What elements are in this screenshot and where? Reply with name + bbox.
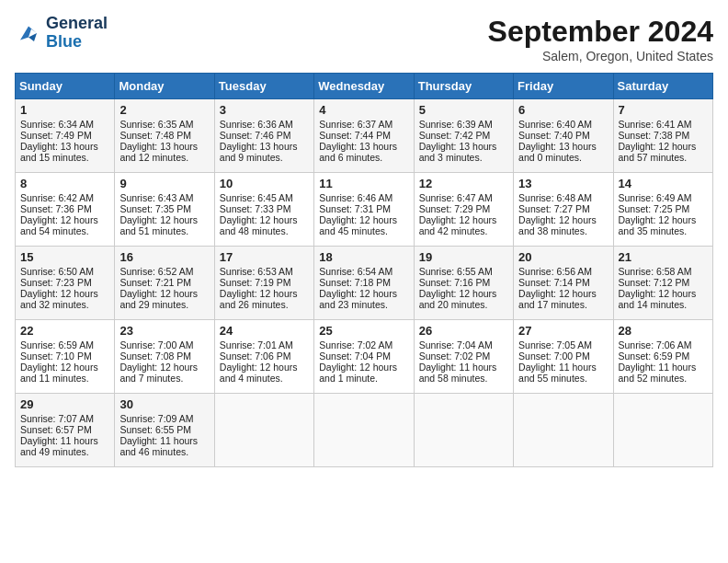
calendar-cell: 27Sunrise: 7:05 AMSunset: 7:00 PMDayligh… (514, 320, 613, 394)
sunrise: Sunrise: 6:43 AM (119, 192, 193, 203)
day-number: 1 (20, 103, 109, 117)
day-number: 22 (20, 324, 109, 338)
daylight: Daylight: 12 hours and 11 minutes. (20, 362, 98, 384)
sunset: Sunset: 6:57 PM (20, 424, 92, 435)
calendar-cell: 4Sunrise: 6:37 AMSunset: 7:44 PMDaylight… (314, 99, 414, 173)
sunset: Sunset: 7:31 PM (319, 203, 391, 214)
sunrise: Sunrise: 6:48 AM (518, 192, 592, 203)
week-row-3: 15Sunrise: 6:50 AMSunset: 7:23 PMDayligh… (16, 247, 713, 320)
day-number: 3 (220, 103, 309, 117)
day-number: 8 (20, 177, 109, 190)
sunset: Sunset: 7:06 PM (220, 350, 291, 362)
sunset: Sunset: 7:44 PM (319, 130, 391, 141)
sunrise: Sunrise: 6:55 AM (419, 266, 493, 277)
calendar-cell: 19Sunrise: 6:55 AMSunset: 7:16 PMDayligh… (414, 247, 513, 320)
sunrise: Sunrise: 6:58 AM (619, 266, 692, 277)
sunset: Sunset: 7:14 PM (518, 277, 590, 288)
calendar-cell (314, 394, 414, 467)
calendar-cell: 17Sunrise: 6:53 AMSunset: 7:19 PMDayligh… (214, 247, 313, 320)
sunrise: Sunrise: 6:56 AM (518, 266, 592, 277)
calendar-cell: 6Sunrise: 6:40 AMSunset: 7:40 PMDaylight… (514, 99, 613, 173)
day-number: 23 (119, 324, 209, 338)
daylight: Daylight: 11 hours and 49 minutes. (20, 435, 98, 457)
daylight: Daylight: 11 hours and 55 minutes. (518, 362, 597, 384)
calendar-cell: 29Sunrise: 7:07 AMSunset: 6:57 PMDayligh… (16, 394, 115, 467)
week-row-5: 29Sunrise: 7:07 AMSunset: 6:57 PMDayligh… (16, 394, 713, 467)
daylight: Daylight: 11 hours and 52 minutes. (619, 362, 697, 384)
day-number: 11 (319, 177, 408, 190)
day-number: 14 (619, 177, 708, 190)
sunrise: Sunrise: 6:41 AM (619, 119, 692, 130)
day-number: 9 (119, 177, 209, 190)
daylight: Daylight: 12 hours and 42 minutes. (419, 214, 497, 236)
sunset: Sunset: 7:48 PM (119, 130, 191, 141)
calendar-table: SundayMondayTuesdayWednesdayThursdayFrid… (15, 73, 713, 467)
sunset: Sunset: 7:42 PM (419, 130, 491, 141)
day-number: 29 (20, 397, 109, 411)
sunrise: Sunrise: 6:53 AM (220, 266, 293, 277)
sunset: Sunset: 7:00 PM (518, 350, 590, 362)
title-block: September 2024 Salem, Oregon, United Sta… (488, 15, 713, 63)
week-row-4: 22Sunrise: 6:59 AMSunset: 7:10 PMDayligh… (16, 320, 713, 394)
sunrise: Sunrise: 6:47 AM (419, 192, 493, 203)
day-number: 4 (319, 103, 408, 117)
sunset: Sunset: 7:12 PM (619, 277, 690, 288)
calendar-cell: 21Sunrise: 6:58 AMSunset: 7:12 PMDayligh… (613, 247, 712, 320)
sunset: Sunset: 7:29 PM (419, 203, 491, 214)
logo: General Blue (15, 15, 108, 52)
sunset: Sunset: 7:08 PM (119, 350, 191, 362)
calendar-cell: 5Sunrise: 6:39 AMSunset: 7:42 PMDaylight… (414, 99, 513, 173)
sunrise: Sunrise: 6:46 AM (319, 192, 392, 203)
calendar-cell: 23Sunrise: 7:00 AMSunset: 7:08 PMDayligh… (115, 320, 214, 394)
header-row: SundayMondayTuesdayWednesdayThursdayFrid… (16, 74, 713, 99)
sunrise: Sunrise: 6:42 AM (20, 192, 94, 203)
sunrise: Sunrise: 6:54 AM (319, 266, 392, 277)
day-number: 12 (419, 177, 508, 190)
daylight: Daylight: 12 hours and 17 minutes. (518, 288, 597, 310)
sunrise: Sunrise: 7:01 AM (220, 339, 293, 350)
page-header: General Blue September 2024 Salem, Orego… (15, 15, 713, 63)
day-number: 27 (518, 324, 608, 338)
calendar-cell: 24Sunrise: 7:01 AMSunset: 7:06 PMDayligh… (214, 320, 313, 394)
calendar-cell (514, 394, 613, 467)
sunset: Sunset: 7:21 PM (119, 277, 191, 288)
day-header-monday: Monday (115, 74, 214, 99)
day-number: 21 (619, 250, 708, 264)
sunrise: Sunrise: 7:05 AM (518, 339, 592, 350)
day-number: 30 (119, 397, 209, 411)
day-number: 26 (419, 324, 508, 338)
sunrise: Sunrise: 6:52 AM (119, 266, 193, 277)
calendar-cell: 18Sunrise: 6:54 AMSunset: 7:18 PMDayligh… (314, 247, 414, 320)
calendar-cell: 8Sunrise: 6:42 AMSunset: 7:36 PMDaylight… (16, 173, 115, 247)
calendar-cell: 1Sunrise: 6:34 AMSunset: 7:49 PMDaylight… (16, 99, 115, 173)
sunset: Sunset: 7:10 PM (20, 350, 92, 362)
calendar-cell: 2Sunrise: 6:35 AMSunset: 7:48 PMDaylight… (115, 99, 214, 173)
sunset: Sunset: 7:19 PM (220, 277, 291, 288)
day-header-thursday: Thursday (414, 74, 513, 99)
sunrise: Sunrise: 6:36 AM (220, 119, 293, 130)
sunrise: Sunrise: 6:37 AM (319, 119, 392, 130)
calendar-cell: 30Sunrise: 7:09 AMSunset: 6:55 PMDayligh… (115, 394, 214, 467)
daylight: Daylight: 12 hours and 54 minutes. (20, 214, 98, 236)
calendar-cell: 20Sunrise: 6:56 AMSunset: 7:14 PMDayligh… (514, 247, 613, 320)
sunrise: Sunrise: 6:50 AM (20, 266, 94, 277)
day-header-tuesday: Tuesday (214, 74, 313, 99)
daylight: Daylight: 12 hours and 1 minute. (319, 362, 397, 384)
daylight: Daylight: 12 hours and 26 minutes. (220, 288, 298, 310)
daylight: Daylight: 11 hours and 58 minutes. (419, 362, 497, 384)
day-number: 19 (419, 250, 508, 264)
day-number: 13 (518, 177, 608, 190)
sunrise: Sunrise: 6:45 AM (220, 192, 293, 203)
sunset: Sunset: 7:49 PM (20, 130, 92, 141)
daylight: Daylight: 13 hours and 9 minutes. (220, 141, 298, 163)
sunrise: Sunrise: 7:09 AM (119, 413, 193, 424)
calendar-cell: 25Sunrise: 7:02 AMSunset: 7:04 PMDayligh… (314, 320, 414, 394)
daylight: Daylight: 12 hours and 38 minutes. (518, 214, 597, 236)
daylight: Daylight: 12 hours and 4 minutes. (220, 362, 298, 384)
calendar-cell (613, 394, 712, 467)
sunset: Sunset: 7:16 PM (419, 277, 491, 288)
calendar-cell: 26Sunrise: 7:04 AMSunset: 7:02 PMDayligh… (414, 320, 513, 394)
daylight: Daylight: 12 hours and 57 minutes. (619, 141, 697, 163)
sunset: Sunset: 7:46 PM (220, 130, 291, 141)
day-header-wednesday: Wednesday (314, 74, 414, 99)
